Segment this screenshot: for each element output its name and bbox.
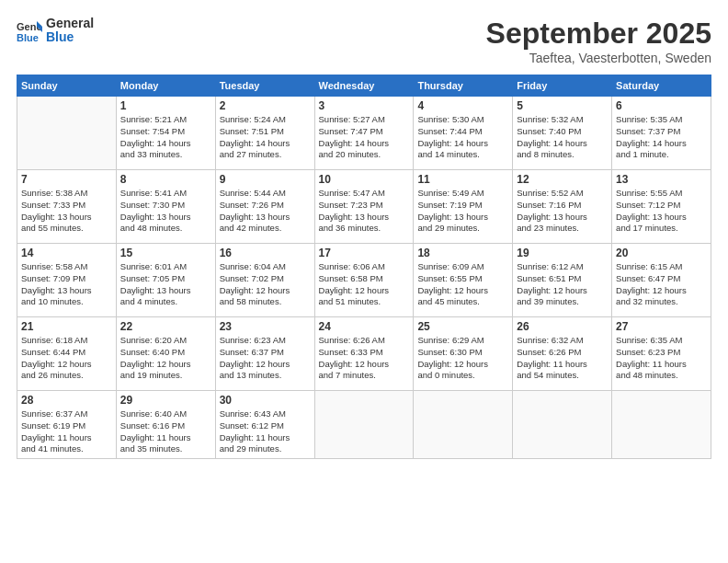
- calendar-cell: 12Sunrise: 5:52 AM Sunset: 7:16 PM Dayli…: [513, 170, 612, 244]
- day-info: Sunrise: 6:12 AM Sunset: 6:51 PM Dayligh…: [517, 261, 608, 308]
- day-info: Sunrise: 6:29 AM Sunset: 6:30 PM Dayligh…: [417, 335, 508, 382]
- day-number: 18: [417, 247, 508, 259]
- calendar-cell: 8Sunrise: 5:41 AM Sunset: 7:30 PM Daylig…: [116, 170, 215, 244]
- day-number: 5: [517, 99, 608, 112]
- day-info: Sunrise: 6:09 AM Sunset: 6:55 PM Dayligh…: [417, 261, 508, 308]
- calendar-cell: 20Sunrise: 6:15 AM Sunset: 6:47 PM Dayli…: [612, 244, 711, 317]
- location: Taeftea, Vaesterbotten, Sweden: [486, 51, 711, 65]
- day-info: Sunrise: 5:24 AM Sunset: 7:51 PM Dayligh…: [220, 114, 311, 161]
- day-number: 10: [319, 173, 410, 186]
- week-row-5: 28Sunrise: 6:37 AM Sunset: 6:19 PM Dayli…: [17, 391, 711, 459]
- day-number: 25: [417, 320, 508, 333]
- day-info: Sunrise: 6:04 AM Sunset: 7:02 PM Dayligh…: [220, 261, 311, 308]
- weekday-header-thursday: Thursday: [414, 75, 513, 97]
- logo: General Blue General Blue: [17, 17, 94, 45]
- day-info: Sunrise: 5:49 AM Sunset: 7:19 PM Dayligh…: [417, 188, 508, 235]
- day-info: Sunrise: 6:26 AM Sunset: 6:33 PM Dayligh…: [319, 335, 410, 382]
- calendar-cell: 2Sunrise: 5:24 AM Sunset: 7:51 PM Daylig…: [215, 97, 314, 170]
- day-number: 22: [120, 320, 211, 333]
- day-info: Sunrise: 5:30 AM Sunset: 7:44 PM Dayligh…: [417, 114, 508, 161]
- day-number: 30: [220, 394, 311, 407]
- day-info: Sunrise: 5:21 AM Sunset: 7:54 PM Dayligh…: [120, 114, 211, 161]
- day-number: 8: [120, 173, 211, 186]
- day-info: Sunrise: 6:35 AM Sunset: 6:23 PM Dayligh…: [616, 335, 707, 382]
- calendar-cell: 5Sunrise: 5:32 AM Sunset: 7:40 PM Daylig…: [513, 97, 612, 170]
- calendar-cell: [513, 391, 612, 459]
- day-number: 29: [120, 394, 211, 407]
- header: General Blue General Blue September 2025…: [17, 17, 711, 65]
- svg-text:Blue: Blue: [17, 32, 39, 43]
- day-info: Sunrise: 6:23 AM Sunset: 6:37 PM Dayligh…: [220, 335, 311, 382]
- weekday-header-sunday: Sunday: [17, 75, 117, 97]
- day-number: 15: [120, 247, 211, 259]
- day-info: Sunrise: 6:15 AM Sunset: 6:47 PM Dayligh…: [616, 261, 707, 308]
- day-info: Sunrise: 6:32 AM Sunset: 6:26 PM Dayligh…: [517, 335, 608, 382]
- day-number: 12: [517, 173, 608, 186]
- calendar-cell: [314, 391, 414, 459]
- week-row-1: 1Sunrise: 5:21 AM Sunset: 7:54 PM Daylig…: [17, 97, 711, 170]
- calendar-cell: 29Sunrise: 6:40 AM Sunset: 6:16 PM Dayli…: [116, 391, 215, 459]
- day-info: Sunrise: 6:37 AM Sunset: 6:19 PM Dayligh…: [21, 408, 112, 455]
- day-number: 1: [120, 99, 211, 112]
- calendar-cell: 15Sunrise: 6:01 AM Sunset: 7:05 PM Dayli…: [116, 244, 215, 317]
- day-info: Sunrise: 5:35 AM Sunset: 7:37 PM Dayligh…: [616, 114, 707, 161]
- calendar-cell: 13Sunrise: 5:55 AM Sunset: 7:12 PM Dayli…: [612, 170, 711, 244]
- day-number: 11: [417, 173, 508, 186]
- week-row-3: 14Sunrise: 5:58 AM Sunset: 7:09 PM Dayli…: [17, 244, 711, 317]
- calendar-cell: 26Sunrise: 6:32 AM Sunset: 6:26 PM Dayli…: [513, 317, 612, 391]
- day-number: 3: [319, 99, 410, 112]
- day-number: 21: [21, 320, 112, 333]
- week-row-4: 21Sunrise: 6:18 AM Sunset: 6:44 PM Dayli…: [17, 317, 711, 391]
- month-title: September 2025: [486, 17, 711, 51]
- calendar-cell: 17Sunrise: 6:06 AM Sunset: 6:58 PM Dayli…: [314, 244, 414, 317]
- calendar-cell: [414, 391, 513, 459]
- day-number: 26: [517, 320, 608, 333]
- calendar-cell: 30Sunrise: 6:43 AM Sunset: 6:12 PM Dayli…: [215, 391, 314, 459]
- calendar-cell: 19Sunrise: 6:12 AM Sunset: 6:51 PM Dayli…: [513, 244, 612, 317]
- day-number: 7: [21, 173, 112, 186]
- weekday-header-monday: Monday: [116, 75, 215, 97]
- weekday-header-saturday: Saturday: [612, 75, 711, 97]
- day-info: Sunrise: 5:55 AM Sunset: 7:12 PM Dayligh…: [616, 188, 707, 235]
- day-number: 4: [417, 99, 508, 112]
- day-number: 6: [616, 99, 707, 112]
- calendar-table: SundayMondayTuesdayWednesdayThursdayFrid…: [17, 75, 711, 459]
- calendar-cell: 22Sunrise: 6:20 AM Sunset: 6:40 PM Dayli…: [116, 317, 215, 391]
- calendar-cell: 1Sunrise: 5:21 AM Sunset: 7:54 PM Daylig…: [116, 97, 215, 170]
- weekday-header-row: SundayMondayTuesdayWednesdayThursdayFrid…: [17, 75, 711, 97]
- week-row-2: 7Sunrise: 5:38 AM Sunset: 7:33 PM Daylig…: [17, 170, 711, 244]
- day-info: Sunrise: 5:52 AM Sunset: 7:16 PM Dayligh…: [517, 188, 608, 235]
- calendar-cell: 11Sunrise: 5:49 AM Sunset: 7:19 PM Dayli…: [414, 170, 513, 244]
- day-info: Sunrise: 5:44 AM Sunset: 7:26 PM Dayligh…: [220, 188, 311, 235]
- calendar-page: General Blue General Blue September 2025…: [0, 0, 728, 563]
- calendar-cell: 9Sunrise: 5:44 AM Sunset: 7:26 PM Daylig…: [215, 170, 314, 244]
- calendar-cell: 24Sunrise: 6:26 AM Sunset: 6:33 PM Dayli…: [314, 317, 414, 391]
- calendar-cell: 16Sunrise: 6:04 AM Sunset: 7:02 PM Dayli…: [215, 244, 314, 317]
- day-info: Sunrise: 5:38 AM Sunset: 7:33 PM Dayligh…: [21, 188, 112, 235]
- day-number: 27: [616, 320, 707, 333]
- calendar-cell: 18Sunrise: 6:09 AM Sunset: 6:55 PM Dayli…: [414, 244, 513, 317]
- calendar-cell: 25Sunrise: 6:29 AM Sunset: 6:30 PM Dayli…: [414, 317, 513, 391]
- weekday-header-wednesday: Wednesday: [314, 75, 414, 97]
- day-info: Sunrise: 6:06 AM Sunset: 6:58 PM Dayligh…: [319, 261, 410, 308]
- day-info: Sunrise: 6:40 AM Sunset: 6:16 PM Dayligh…: [120, 408, 211, 455]
- day-info: Sunrise: 5:41 AM Sunset: 7:30 PM Dayligh…: [120, 188, 211, 235]
- logo-blue: Blue: [46, 29, 74, 44]
- day-number: 19: [517, 247, 608, 259]
- day-number: 13: [616, 173, 707, 186]
- day-info: Sunrise: 6:20 AM Sunset: 6:40 PM Dayligh…: [120, 335, 211, 382]
- weekday-header-friday: Friday: [513, 75, 612, 97]
- calendar-cell: 21Sunrise: 6:18 AM Sunset: 6:44 PM Dayli…: [17, 317, 117, 391]
- calendar-cell: 7Sunrise: 5:38 AM Sunset: 7:33 PM Daylig…: [17, 170, 117, 244]
- calendar-cell: 6Sunrise: 5:35 AM Sunset: 7:37 PM Daylig…: [612, 97, 711, 170]
- day-info: Sunrise: 5:47 AM Sunset: 7:23 PM Dayligh…: [319, 188, 410, 235]
- day-info: Sunrise: 6:18 AM Sunset: 6:44 PM Dayligh…: [21, 335, 112, 382]
- calendar-cell: 14Sunrise: 5:58 AM Sunset: 7:09 PM Dayli…: [17, 244, 117, 317]
- weekday-header-tuesday: Tuesday: [215, 75, 314, 97]
- day-info: Sunrise: 5:32 AM Sunset: 7:40 PM Dayligh…: [517, 114, 608, 161]
- calendar-cell: [612, 391, 711, 459]
- day-number: 9: [220, 173, 311, 186]
- calendar-cell: 3Sunrise: 5:27 AM Sunset: 7:47 PM Daylig…: [314, 97, 414, 170]
- logo-icon: General Blue: [17, 17, 42, 43]
- day-number: 16: [220, 247, 311, 259]
